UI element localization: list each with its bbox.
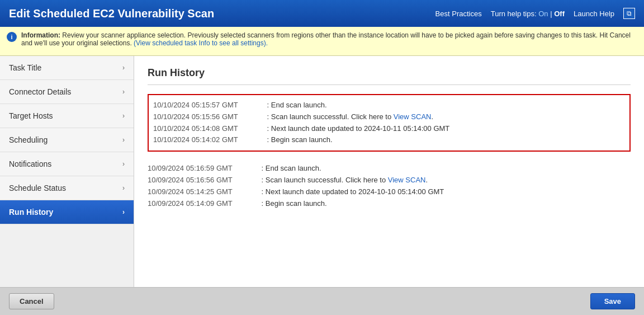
history-entry: 10/09/2024 05:14:25 GMT : Next launch da… [148, 186, 631, 198]
sidebar-item-label: Scheduling [9, 135, 48, 144]
chevron-right-icon: › [122, 184, 125, 192]
history-group-2: 10/09/2024 05:16:59 GMT : End scan launc… [148, 163, 631, 209]
timestamp: 10/10/2024 05:14:02 GMT [153, 134, 265, 146]
info-icon: i [7, 32, 17, 42]
sidebar-item-label: Notifications [9, 159, 51, 168]
history-entry: 10/10/2024 05:15:57 GMT : End scan launc… [153, 100, 625, 111]
view-scan-link-2[interactable]: View SCAN [388, 176, 426, 184]
timestamp: 10/10/2024 05:14:08 GMT [153, 123, 265, 135]
message: : Scan launch successful. Click here to … [265, 111, 433, 123]
run-history-title: Run History [148, 67, 631, 85]
history-entry: 10/09/2024 05:16:56 GMT : Scan launch su… [148, 175, 631, 186]
history-entry: 10/10/2024 05:14:08 GMT : Next launch da… [153, 123, 625, 135]
main-container: Edit Scheduled EC2 Vulnerability Scan Be… [0, 0, 644, 315]
sidebar-item-notifications[interactable]: Notifications › [0, 152, 134, 176]
chevron-right-icon: › [122, 64, 125, 72]
sidebar-item-label: Connector Details [9, 87, 71, 96]
header-actions: Best Practices Turn help tips: On | Off … [435, 8, 635, 19]
message: : Next launch date updated to 2024-10-10… [259, 186, 444, 198]
history-entry: 10/10/2024 05:14:02 GMT : Begin scan lau… [153, 134, 625, 146]
sidebar-item-task-title[interactable]: Task Title › [0, 56, 134, 80]
timestamp: 10/09/2024 05:14:09 GMT [148, 198, 259, 210]
message: : Begin scan launch. [259, 198, 327, 210]
sidebar: Task Title › Connector Details › Target … [0, 56, 134, 287]
message: : End scan launch. [265, 100, 327, 111]
history-entry: 10/10/2024 05:15:56 GMT : Scan launch su… [153, 111, 625, 123]
sidebar-item-label: Task Title [9, 63, 41, 72]
timestamp: 10/10/2024 05:15:56 GMT [153, 111, 265, 123]
save-button[interactable]: Save [590, 293, 635, 309]
sidebar-item-label: Target Hosts [9, 111, 53, 120]
sidebar-item-run-history[interactable]: Run History › [0, 200, 134, 224]
message: : Scan launch successful. Click here to … [259, 175, 428, 186]
info-banner: i Information: Review your scanner appli… [0, 27, 644, 56]
message: : Begin scan launch. [265, 134, 333, 146]
content-area: Task Title › Connector Details › Target … [0, 56, 644, 287]
timestamp: 10/09/2024 05:16:56 GMT [148, 175, 259, 186]
chevron-right-icon: › [122, 112, 125, 120]
message: : End scan launch. [259, 163, 321, 175]
main-panel: Run History 10/10/2024 05:15:57 GMT : En… [134, 56, 644, 287]
chevron-right-icon: › [122, 160, 125, 168]
header: Edit Scheduled EC2 Vulnerability Scan Be… [0, 0, 644, 27]
chevron-right-icon: › [122, 88, 125, 96]
timestamp: 10/09/2024 05:16:59 GMT [148, 163, 259, 175]
history-entry: 10/09/2024 05:16:59 GMT : End scan launc… [148, 163, 631, 175]
message: : Next launch date updated to 2024-10-11… [265, 123, 449, 135]
launch-help-link[interactable]: Launch Help [574, 10, 614, 18]
footer: Cancel Save [0, 287, 644, 315]
launch-icon[interactable]: ⧉ [623, 8, 635, 19]
history-group-1: 10/10/2024 05:15:57 GMT : End scan launc… [148, 94, 631, 152]
sidebar-item-schedule-status[interactable]: Schedule Status › [0, 176, 134, 200]
sidebar-item-scheduling[interactable]: Scheduling › [0, 128, 134, 152]
best-practices-link[interactable]: Best Practices [435, 10, 482, 18]
history-entry: 10/09/2024 05:14:09 GMT : Begin scan lau… [148, 198, 631, 210]
chevron-right-icon: › [122, 208, 125, 216]
sidebar-item-target-hosts[interactable]: Target Hosts › [0, 104, 134, 128]
chevron-right-icon: › [122, 136, 125, 144]
timestamp: 10/10/2024 05:15:57 GMT [153, 100, 265, 111]
view-task-link[interactable]: (View scheduled task Info to see all set… [134, 39, 268, 47]
page-title: Edit Scheduled EC2 Vulnerability Scan [9, 7, 214, 20]
view-scan-link-1[interactable]: View SCAN [394, 112, 432, 121]
timestamp: 10/09/2024 05:14:25 GMT [148, 186, 259, 198]
help-tips-label: Turn help tips: On | Off [491, 10, 565, 18]
sidebar-item-connector-details[interactable]: Connector Details › [0, 80, 134, 104]
sidebar-item-label: Run History [9, 208, 53, 217]
sidebar-item-label: Schedule Status [9, 184, 66, 192]
cancel-button[interactable]: Cancel [9, 293, 54, 309]
info-text: Information: Review your scanner applian… [21, 31, 637, 47]
